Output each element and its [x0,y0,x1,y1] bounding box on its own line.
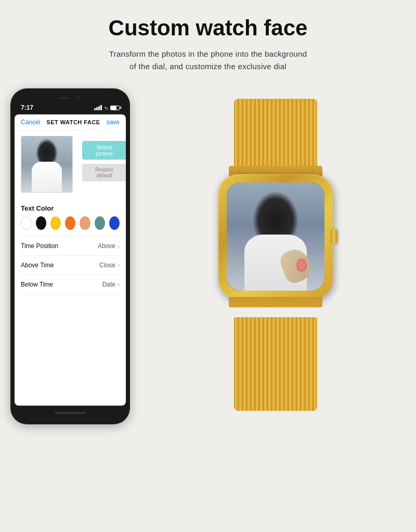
save-button[interactable]: save [107,119,120,126]
text-color-label: Text Color [21,204,120,212]
watch-photo-flower [296,258,307,271]
above-time-label: Above Time [21,262,54,269]
watch-container [146,88,406,411]
color-swatch-black[interactable] [36,216,46,230]
page-title: Custom watch face [109,16,308,41]
band-connector-bottom [229,297,322,307]
watch-screen [227,183,324,291]
battery-icon [110,106,120,110]
phone-clock: 7:17 [21,104,33,111]
signal-icon [94,105,102,110]
status-icons: ∿ [94,105,120,111]
content-row: 7:17 ∿ Cancel [10,88,406,424]
above-time-text: Close [99,262,115,269]
phone-container: 7:17 ∿ Cancel [10,88,130,424]
photo-body-shape [32,162,62,192]
watch-band-bottom [234,317,317,411]
action-buttons: Select picture Restore default [78,136,120,181]
chevron-icon-3: › [118,281,120,288]
watch-photo-display [227,183,324,291]
phone-device: 7:17 ∿ Cancel [10,88,130,424]
photo-preview [21,136,73,193]
below-time-row[interactable]: Below Time Date › [21,275,120,294]
phone-home-bar [55,412,86,414]
phone-notch [55,95,86,102]
speaker-icon [59,97,69,99]
time-position-row[interactable]: Time Position Above › [21,237,120,256]
color-swatches [21,216,120,230]
settings-list: Time Position Above › Above Time Close › [21,236,120,294]
photo-area: Select picture Restore default [21,136,120,198]
color-swatch-lightorange[interactable] [80,216,90,230]
above-time-value: Close › [99,262,120,269]
watch-case [218,174,333,299]
screen-title: SET WATCH FACE [46,119,100,125]
camera-icon [76,96,80,99]
color-swatch-blue[interactable] [109,216,120,230]
watch-crown [331,229,337,244]
wifi-icon: ∿ [104,105,108,111]
time-position-text: Above [98,242,115,250]
chevron-icon: › [118,242,120,250]
chevron-icon-2: › [118,262,120,269]
phone-nav-bar: Cancel SET WATCH FACE save [15,114,126,131]
select-picture-button[interactable]: Select picture [82,141,126,160]
watch-device [192,99,359,411]
color-swatch-yellow[interactable] [50,216,61,230]
time-position-value: Above › [98,242,120,250]
restore-default-button[interactable]: Restore default [82,164,126,181]
phone-body: Select picture Restore default Text Colo… [15,131,126,300]
watch-body [218,174,333,299]
color-swatch-teal[interactable] [95,216,105,230]
below-time-text: Date [102,281,115,288]
color-swatch-orange[interactable] [65,216,75,230]
time-position-label: Time Position [21,242,58,250]
phone-screen: Cancel SET WATCH FACE save Select pictur… [15,114,126,406]
color-swatch-white[interactable] [21,216,32,230]
below-time-value: Date › [102,281,120,288]
phone-status-bar: 7:17 ∿ [15,104,126,114]
cancel-button[interactable]: Cancel [21,119,40,126]
below-time-label: Below Time [21,281,53,288]
page-subtitle: Transform the photos in the phone into t… [109,48,307,73]
above-time-row[interactable]: Above Time Close › [21,256,120,275]
